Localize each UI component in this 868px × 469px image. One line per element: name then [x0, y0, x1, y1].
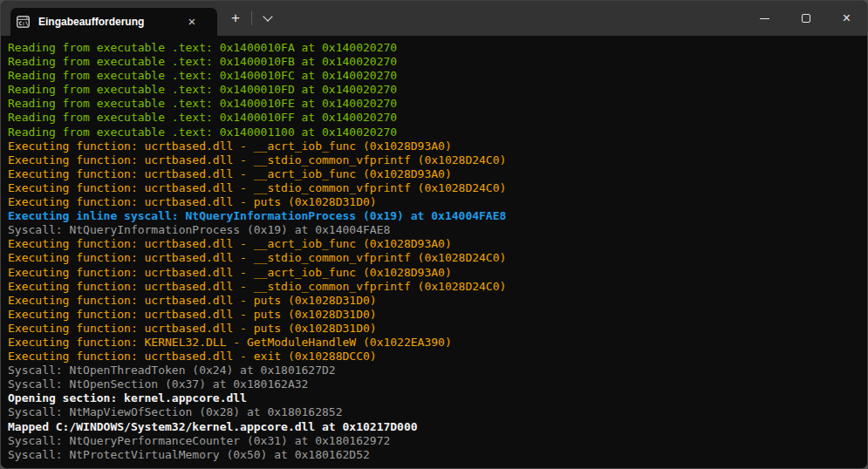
maximize-icon	[802, 14, 810, 23]
titlebar[interactable]: C:\ Eingabeaufforderung × + ×	[1, 1, 867, 36]
cmd-icon: C:\	[17, 16, 30, 28]
terminal-line: Executing function: ucrtbased.dll - __ac…	[8, 167, 864, 181]
terminal-line: Executing function: ucrtbased.dll - __st…	[8, 153, 864, 167]
terminal-line: Reading from executable .text: 0x1400010…	[8, 111, 864, 125]
terminal-line: Syscall: NtOpenThreadToken (0x24) at 0x1…	[8, 364, 864, 377]
terminal-line: Reading from executable .text: 0x1400010…	[8, 55, 864, 69]
terminal-line: Reading from executable .text: 0x1400010…	[8, 41, 864, 55]
new-tab-button[interactable]: +	[222, 6, 249, 31]
terminal-line: Executing inline syscall: NtQueryInforma…	[8, 209, 864, 223]
terminal-line: Executing function: KERNEL32.DLL - GetMo…	[8, 336, 864, 350]
terminal-line: Executing function: ucrtbased.dll - puts…	[8, 308, 864, 322]
terminal-line: Syscall: NtMapViewOfSection (0x28) at 0x…	[8, 405, 864, 419]
terminal-line: Reading from executable .text: 0x1400010…	[8, 97, 864, 111]
terminal-line: Executing function: ucrtbased.dll - __st…	[8, 251, 864, 265]
terminal-window: C:\ Eingabeaufforderung × + ×	[0, 0, 868, 469]
terminal-line: Executing function: ucrtbased.dll - __st…	[8, 181, 864, 195]
terminal-line: Syscall: NtQueryPerformanceCounter (0x31…	[8, 434, 864, 448]
terminal-line: Reading from executable .text: 0x1400010…	[8, 69, 864, 83]
terminal-line: Reading from executable .text: 0x1400010…	[8, 83, 864, 97]
tab-dropdown-button[interactable]	[255, 6, 281, 31]
terminal-line: Executing function: ucrtbased.dll - __st…	[8, 280, 864, 294]
tab-title: Eingabeaufforderung	[38, 16, 182, 28]
caption-buttons: ×	[744, 1, 867, 36]
terminal-line: Executing function: ucrtbased.dll - __ac…	[8, 237, 864, 251]
tab-eingabeaufforderung[interactable]: C:\ Eingabeaufforderung ×	[10, 8, 217, 36]
close-window-button[interactable]: ×	[826, 1, 867, 36]
svg-text:C:\: C:\	[18, 20, 28, 26]
terminal-line: Mapped C:/WINDOWS/System32/kernel.appcor…	[8, 420, 864, 434]
terminal-line: Syscall: NtQueryInformationProcess (0x19…	[8, 223, 864, 237]
close-icon: ×	[843, 11, 851, 25]
minimize-icon	[760, 18, 769, 19]
tab-close-button[interactable]: ×	[182, 12, 202, 31]
terminal-line: Executing function: ucrtbased.dll - puts…	[8, 195, 864, 209]
terminal-line: Syscall: NtProtectVirtualMemory (0x50) a…	[8, 448, 864, 462]
close-icon: ×	[188, 14, 196, 29]
terminal-line: Executing function: ucrtbased.dll - __ac…	[8, 266, 864, 280]
terminal-line: Opening section: kernel.appcore.dll	[8, 391, 864, 405]
terminal-line: Executing function: ucrtbased.dll - __ac…	[8, 139, 864, 153]
plus-icon: +	[231, 10, 240, 27]
terminal-line: Executing function: ucrtbased.dll - puts…	[8, 294, 864, 308]
terminal-output[interactable]: Reading from executable .text: 0x1400010…	[1, 36, 867, 468]
terminal-line: Syscall: NtOpenSection (0x37) at 0x18016…	[8, 377, 864, 391]
terminal-line: Executing function: ucrtbased.dll - puts…	[8, 322, 864, 336]
terminal-line: Executing function: ucrtbased.dll - exit…	[8, 350, 864, 364]
terminal-line: Reading from executable .text: 0x1400011…	[8, 126, 864, 139]
minimize-button[interactable]	[744, 1, 785, 36]
chevron-down-icon	[263, 11, 272, 21]
tabbar-divider	[251, 11, 252, 25]
maximize-button[interactable]	[785, 1, 826, 36]
